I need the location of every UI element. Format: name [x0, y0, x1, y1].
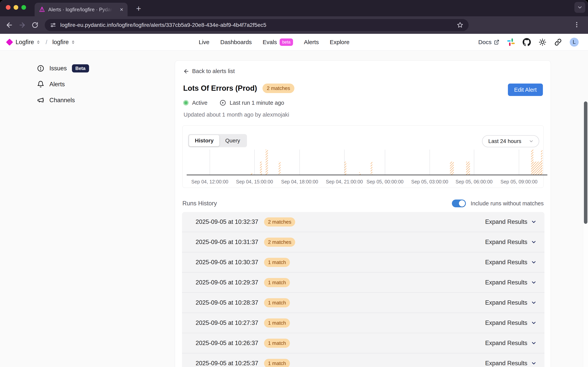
last-run-label: Last run 1 minute ago — [230, 100, 284, 106]
reload-icon — [31, 21, 39, 29]
light-mode-sun-icon[interactable] — [539, 38, 546, 46]
zoom-window-button[interactable] — [21, 5, 26, 10]
expand-results-button[interactable]: Expand Results — [485, 279, 537, 286]
sidebar: Issues Beta Alerts Channels — [37, 63, 89, 106]
chevron-down-icon — [577, 4, 583, 10]
svg-text:Sep 04, 21:00:00: Sep 04, 21:00:00 — [326, 179, 363, 184]
tab-query[interactable]: Query — [219, 135, 246, 146]
nav-explore[interactable]: Explore — [330, 39, 349, 45]
megaphone-icon — [37, 97, 44, 104]
site-settings-icon — [50, 22, 56, 28]
scrollbar-track[interactable] — [583, 101, 588, 367]
browser-menu-button[interactable] — [573, 21, 580, 29]
close-window-button[interactable] — [6, 5, 10, 10]
sidebar-item-label: Issues — [49, 65, 67, 72]
updown-chevrons-icon — [36, 40, 41, 44]
breadcrumb: Logfire / logfire — [7, 39, 76, 46]
toggle-knob — [459, 200, 465, 207]
browser-tab-bar: Alerts · logfire/logfire · Pydanti × + — [0, 0, 588, 16]
expand-results-label: Expand Results — [485, 360, 527, 367]
run-row: 2025-09-05 at 10:26:37 1 match Expand Re… — [182, 333, 545, 353]
docs-link[interactable]: Docs — [478, 39, 499, 45]
nav-live[interactable]: Live — [199, 39, 209, 45]
updated-by-label: Updated about 1 month ago by alexmojaki — [184, 111, 289, 118]
chevron-down-icon — [529, 139, 534, 144]
tab-close-icon[interactable]: × — [120, 7, 123, 12]
reload-button[interactable] — [31, 21, 39, 29]
time-range-select[interactable]: Last 24 hours — [482, 135, 539, 147]
expand-results-label: Expand Results — [485, 319, 527, 326]
nav-dashboards[interactable]: Dashboards — [220, 39, 252, 45]
header-actions: Docs L — [478, 38, 579, 47]
expand-results-button[interactable]: Expand Results — [485, 239, 537, 246]
expand-results-label: Expand Results — [485, 259, 527, 266]
back-arrow-icon — [5, 21, 13, 29]
new-tab-button[interactable]: + — [136, 4, 141, 13]
bookmark-star-icon[interactable] — [457, 22, 464, 29]
breadcrumb-separator: / — [46, 39, 47, 45]
expand-results-button[interactable]: Expand Results — [485, 218, 537, 225]
runs-chart: Sep 04, 12:00:00Sep 04, 15:00:00Sep 04, … — [192, 150, 543, 188]
back-to-alerts-link[interactable]: Back to alerts list — [183, 68, 235, 75]
app-header: Logfire / logfire Live Dashboards Evalsb… — [0, 34, 588, 50]
updown-chevrons-icon — [71, 40, 76, 44]
sidebar-item-issues[interactable]: Issues Beta — [37, 63, 89, 74]
expand-results-label: Expand Results — [485, 279, 527, 286]
edit-alert-button[interactable]: Edit Alert — [508, 83, 543, 96]
chevron-down-icon — [531, 320, 537, 326]
slack-icon[interactable] — [507, 38, 515, 46]
tab-history[interactable]: History — [189, 135, 219, 146]
expand-results-button[interactable]: Expand Results — [485, 299, 537, 306]
run-timestamp: 2025-09-05 at 10:30:37 — [196, 259, 258, 266]
chevron-down-icon — [531, 280, 537, 285]
run-row: 2025-09-05 at 10:25:37 1 match Expand Re… — [182, 353, 545, 367]
forward-button[interactable] — [18, 21, 26, 29]
runs-history-heading: Runs History — [182, 200, 217, 207]
chevron-down-icon — [531, 340, 537, 346]
user-avatar[interactable]: L — [570, 38, 579, 47]
main-nav: Live Dashboards Evalsbeta Alerts Explore — [199, 38, 349, 46]
project-switcher[interactable]: logfire — [52, 39, 75, 46]
chevron-down-icon — [531, 259, 537, 265]
back-button[interactable] — [5, 21, 14, 29]
runs-history-header: Runs History Include runs without matche… — [182, 200, 544, 207]
url-text: logfire-eu.pydantic.info/logfire/logfire… — [60, 22, 266, 28]
sidebar-item-alerts[interactable]: Alerts — [37, 78, 89, 90]
logfire-logo-icon — [6, 38, 13, 46]
window-controls — [6, 5, 26, 10]
browser-tab[interactable]: Alerts · logfire/logfire · Pydanti × — [35, 3, 128, 16]
run-matches-badge: 1 match — [264, 339, 290, 348]
expand-results-button[interactable]: Expand Results — [485, 340, 537, 347]
run-matches-badge: 1 match — [264, 278, 290, 287]
sidebar-item-channels[interactable]: Channels — [37, 94, 89, 106]
issues-alert-icon — [37, 65, 44, 72]
tab-search-button[interactable] — [574, 2, 585, 13]
run-row: 2025-09-05 at 10:32:37 2 matches Expand … — [182, 212, 545, 232]
browser-toolbar: logfire-eu.pydantic.info/logfire/logfire… — [0, 16, 588, 34]
external-link-icon — [494, 39, 499, 45]
share-link-icon[interactable] — [554, 38, 562, 46]
nav-evals[interactable]: Evalsbeta — [263, 38, 293, 46]
run-matches-badge: 1 match — [264, 298, 290, 307]
run-row: 2025-09-05 at 10:31:37 2 matches Expand … — [182, 232, 545, 252]
run-matches-badge: 1 match — [264, 318, 290, 328]
run-row: 2025-09-05 at 10:29:37 1 match Expand Re… — [182, 273, 545, 293]
alert-status-row: Active Last run 1 minute ago — [183, 100, 284, 106]
minimize-window-button[interactable] — [14, 5, 18, 10]
include-runs-toggle[interactable] — [452, 200, 466, 207]
sidebar-item-label: Alerts — [49, 81, 65, 88]
alert-title: Lots Of Errors (Prod) — [183, 84, 257, 92]
url-bar[interactable]: logfire-eu.pydantic.info/logfire/logfire… — [45, 19, 469, 31]
scrollbar-thumb[interactable] — [584, 101, 588, 224]
expand-results-button[interactable]: Expand Results — [485, 259, 537, 266]
expand-results-label: Expand Results — [485, 218, 527, 225]
github-icon[interactable] — [523, 38, 531, 46]
expand-results-button[interactable]: Expand Results — [485, 360, 537, 367]
nav-alerts[interactable]: Alerts — [304, 39, 319, 45]
forward-arrow-icon — [18, 21, 26, 29]
run-timestamp: 2025-09-05 at 10:27:37 — [196, 319, 258, 326]
kebab-menu-icon — [573, 21, 580, 28]
expand-results-button[interactable]: Expand Results — [485, 319, 537, 326]
include-runs-toggle-group: Include runs without matches — [452, 200, 544, 207]
org-switcher[interactable]: Logfire — [16, 39, 41, 46]
